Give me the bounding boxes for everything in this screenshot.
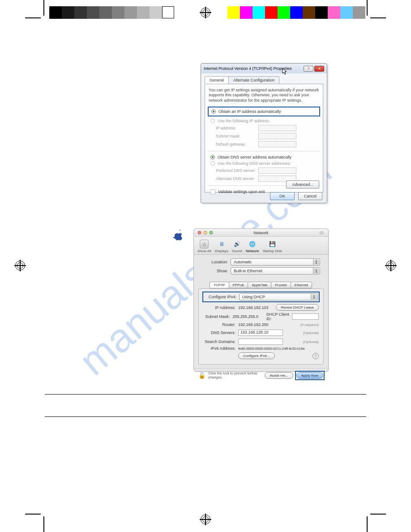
radio-auto-ip-label: Obtain an IP address automatically xyxy=(218,109,281,114)
select-arrows-icon: ▲▼ xyxy=(313,259,319,265)
show-select[interactable]: Built-in Ethernet ▲▼ xyxy=(231,267,320,275)
crop-mark xyxy=(25,514,41,515)
toolbar-showall[interactable]: ⌂ Show All xyxy=(197,240,211,253)
document-rule xyxy=(45,394,366,395)
mac-window-title: Network xyxy=(253,231,268,235)
ok-button[interactable]: OK xyxy=(270,192,295,200)
router-value: 192.168.182.250 xyxy=(238,322,269,327)
optional-note: (Optional) xyxy=(303,340,319,344)
radio-auto-dns-label: Obtain DNS server address automatically xyxy=(218,155,291,159)
tab-general[interactable]: General xyxy=(205,76,229,84)
window-title: Internet Protocol Version 4 (TCP/IPv4) P… xyxy=(204,66,304,71)
title-bar[interactable]: Internet Protocol Version 4 (TCP/IPv4) P… xyxy=(201,64,327,73)
mac-toolbar: ⌂ Show All 🖥 Displays 🔊 Sound 🌐 Network … xyxy=(194,237,328,255)
tcpip-pane: Configure IPv4: Using DHCP ▲▼ IP Address… xyxy=(198,288,324,365)
alt-dns-label: Alternate DNS server: xyxy=(216,176,258,181)
windows-tcpip-dialog: Internet Protocol Version 4 (TCP/IPv4) P… xyxy=(201,63,327,203)
subnet-mask-label: Subnet Mask: xyxy=(203,314,232,319)
radio-auto-ip[interactable] xyxy=(211,109,216,114)
crop-mark xyxy=(367,516,368,532)
mac-footer: 🔓 Click the lock to prevent further chan… xyxy=(194,368,328,384)
cursor-icon xyxy=(282,68,288,75)
search-domains-label: Search Domains: xyxy=(203,339,238,344)
radio-manual-ip-label: Use the following IP address: xyxy=(218,119,270,123)
dns-servers-label: DNS Servers: xyxy=(203,330,238,335)
assist-me-button[interactable]: Assist me... xyxy=(265,372,293,379)
help-button[interactable]: ? xyxy=(313,353,319,359)
crop-mark xyxy=(43,516,44,532)
cancel-button[interactable]: Cancel xyxy=(298,192,322,200)
optional-note: (Optional) xyxy=(303,331,319,335)
mac-tabs: TCP/IP PPPoE AppleTalk Proxies Ethernet xyxy=(201,282,321,288)
description-text: You can get IP settings assigned automat… xyxy=(209,88,319,103)
close-button[interactable]: ✕ xyxy=(314,66,324,72)
dhcp-client-id-input[interactable] xyxy=(292,313,319,320)
crop-mark xyxy=(25,17,41,18)
radio-manual-dns-label: Use the following DNS server addresses: xyxy=(218,161,291,166)
if-required-note: (If required) xyxy=(300,323,319,327)
tab-appletalk[interactable]: AppleTalk xyxy=(248,282,271,288)
toolbar-displays[interactable]: 🖥 Displays xyxy=(215,240,228,253)
lock-icon[interactable]: 🔓 xyxy=(198,372,206,379)
subnet-input: . . . xyxy=(258,133,296,139)
select-arrows-icon: ▲▼ xyxy=(311,294,317,300)
mac-title-bar[interactable]: Network xyxy=(194,229,328,237)
mac-network-panel: Network ⌂ Show All 🖥 Displays 🔊 Sound 🌐 … xyxy=(193,228,329,372)
ipv6-address-label: IPv6 Address: xyxy=(203,346,238,351)
ip-address-label: IP address: xyxy=(216,126,258,130)
apple-logo-icon xyxy=(173,229,184,242)
toolbar-startup[interactable]: 💾 Startup Disk xyxy=(262,240,282,253)
ip-address-input: . . . xyxy=(258,125,296,131)
renew-dhcp-button[interactable]: Renew DHCP Lease xyxy=(276,304,319,311)
crop-mark xyxy=(367,0,368,16)
select-arrows-icon: ▲▼ xyxy=(313,268,319,274)
crop-mark xyxy=(370,17,386,18)
ip-address-label: IP Address: xyxy=(203,305,238,310)
tab-ethernet[interactable]: Ethernet xyxy=(291,282,312,288)
location-label: Location: xyxy=(202,260,231,264)
configure-ipv6-button[interactable]: Configure IPv6... xyxy=(238,352,275,359)
configure-ipv4-label: Configure IPv4: xyxy=(204,295,239,299)
toolbar-sound[interactable]: 🔊 Sound xyxy=(232,240,242,253)
tab-alt-config[interactable]: Alternate Configuration xyxy=(228,76,279,84)
registration-mark-icon xyxy=(14,260,26,271)
registration-mark-icon xyxy=(200,514,211,525)
dhcp-client-id-label: DHCP Client ID: xyxy=(266,312,291,321)
advanced-button[interactable]: Advanced... xyxy=(286,180,319,189)
radio-manual-ip[interactable] xyxy=(210,119,215,123)
highlight-box: Obtain an IP address automatically xyxy=(208,107,320,116)
location-select[interactable]: Automatic ▲▼ xyxy=(231,258,320,266)
minimize-icon[interactable] xyxy=(203,231,207,235)
zoom-icon[interactable] xyxy=(209,231,213,235)
radio-auto-dns[interactable] xyxy=(210,155,215,159)
tab-pppoe[interactable]: PPPoE xyxy=(229,282,248,288)
close-icon[interactable] xyxy=(197,231,201,235)
tab-proxies[interactable]: Proxies xyxy=(271,282,291,288)
tab-tcpip[interactable]: TCP/IP xyxy=(210,282,229,288)
toolbar-toggle-icon[interactable] xyxy=(320,232,324,234)
help-button[interactable]: ? xyxy=(304,66,313,72)
grayscale-bars xyxy=(49,6,174,19)
toolbar-network[interactable]: 🌐 Network xyxy=(246,240,259,253)
crop-mark xyxy=(370,514,386,515)
search-domains-input[interactable] xyxy=(238,339,283,345)
pref-dns-input: . . . xyxy=(258,167,296,174)
show-label: Show: xyxy=(202,269,231,273)
crop-mark xyxy=(43,0,44,16)
radio-manual-dns[interactable] xyxy=(210,161,215,166)
router-label: Router: xyxy=(203,322,238,327)
ip-address-value: 192.168.182.103 xyxy=(238,305,269,310)
ipv6-address-value: fe80:0000:0000:0000:0211:24ff:fe32:b18e xyxy=(238,347,305,351)
subnet-mask-value: 255.255.255.0 xyxy=(232,314,258,319)
subnet-label: Subnet mask: xyxy=(216,134,258,138)
configure-ipv4-select[interactable]: Using DHCP ▲▼ xyxy=(239,293,318,300)
registration-mark-icon xyxy=(385,260,397,271)
registration-mark-icon xyxy=(200,7,211,18)
pref-dns-label: Preferred DNS server: xyxy=(216,168,258,173)
lock-text: Click the lock to prevent further change… xyxy=(208,371,262,379)
dns-servers-input[interactable]: 192.168.128.10 xyxy=(238,330,283,336)
apply-now-button[interactable]: Apply Now xyxy=(296,372,323,379)
validate-checkbox[interactable] xyxy=(210,189,215,194)
gateway-label: Default gateway: xyxy=(216,142,258,146)
process-color-bars xyxy=(227,6,365,19)
